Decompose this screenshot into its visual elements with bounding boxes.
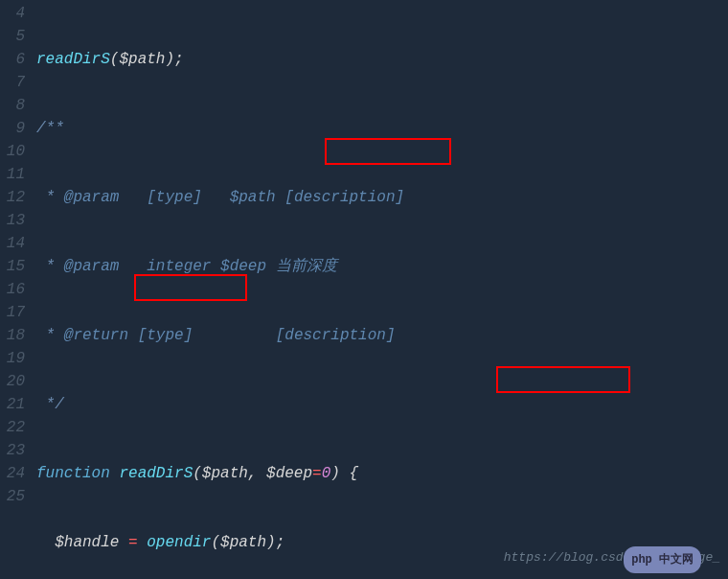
line-number: 4 (4, 2, 25, 25)
code-editor: 45678910111213141516171819202122232425 r… (0, 0, 728, 579)
line-number: 7 (4, 71, 25, 94)
line-number: 9 (4, 117, 25, 140)
php-logo: php 中文网 (624, 546, 701, 573)
line-number: 23 (4, 439, 25, 462)
highlight-box (134, 274, 247, 301)
code-line[interactable]: */ (33, 393, 728, 416)
line-number: 14 (4, 232, 25, 255)
line-number: 8 (4, 94, 25, 117)
code-line[interactable]: * @param [type] $path [description] (33, 186, 728, 209)
code-line[interactable]: /** (33, 117, 728, 140)
highlight-box (496, 366, 630, 393)
code-line[interactable]: * @param integer $deep 当前深度 (33, 255, 728, 278)
line-gutter: 45678910111213141516171819202122232425 (0, 0, 33, 579)
code-line[interactable]: function readDirS($path, $deep=0) { (33, 462, 728, 485)
line-number: 20 (4, 370, 25, 393)
line-number: 24 (4, 462, 25, 485)
line-number: 13 (4, 209, 25, 232)
line-number: 21 (4, 393, 25, 416)
line-number: 11 (4, 163, 25, 186)
code-area[interactable]: readDirS($path); /** * @param [type] $pa… (33, 0, 728, 579)
line-number: 5 (4, 25, 25, 48)
code-line[interactable]: * @return [type] [description] (33, 324, 728, 347)
highlight-box (325, 138, 451, 165)
line-number: 12 (4, 186, 25, 209)
line-number: 25 (4, 485, 25, 508)
line-number: 6 (4, 48, 25, 71)
line-number: 22 (4, 416, 25, 439)
line-number: 19 (4, 347, 25, 370)
line-number: 18 (4, 324, 25, 347)
line-number: 17 (4, 301, 25, 324)
line-number: 15 (4, 255, 25, 278)
line-number: 16 (4, 278, 25, 301)
code-line[interactable]: readDirS($path); (33, 48, 728, 71)
line-number: 10 (4, 140, 25, 163)
